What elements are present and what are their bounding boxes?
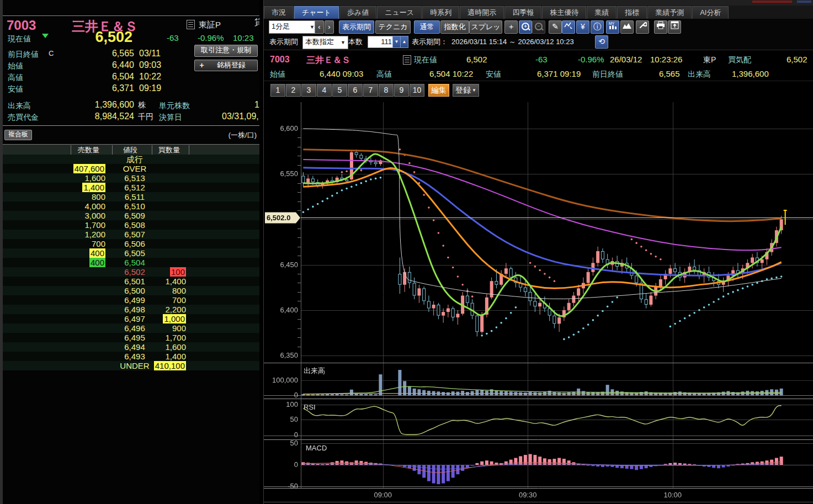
tab-9[interactable]: 指標 xyxy=(617,6,647,19)
tab-10[interactable]: 業績予測 xyxy=(647,6,692,19)
price-level[interactable]: 6,500 xyxy=(115,286,155,295)
chart-preset-button-2[interactable]: 2 xyxy=(286,84,301,97)
orderbook-row[interactable]: 6,4931,400 xyxy=(3,352,259,361)
orderbook-row[interactable]: 4,0006,510 xyxy=(3,201,259,211)
yen-icon[interactable]: ¥ xyxy=(576,20,589,34)
spread-button[interactable]: スプレッド xyxy=(469,20,502,34)
price-level[interactable]: 6,499 xyxy=(115,295,155,305)
orderbook-row[interactable]: 1,7006,508 xyxy=(3,220,259,230)
price-level[interactable]: 6,509 xyxy=(115,211,155,220)
price-level[interactable]: 6,511 xyxy=(115,192,155,201)
orderbook-row[interactable]: 3,0006,509 xyxy=(3,211,259,220)
price-level[interactable]: 6,497 xyxy=(115,314,155,323)
price-level[interactable]: 6,507 xyxy=(115,230,155,239)
pencil-icon[interactable]: ✎ xyxy=(549,20,562,34)
zoom-in-icon[interactable]: ＋ xyxy=(519,20,532,34)
price-level[interactable]: 6,502 xyxy=(115,267,155,277)
orderbook-row[interactable]: 6,496900 xyxy=(3,323,259,333)
edit-presets-button[interactable]: 編集 xyxy=(428,84,449,97)
orderbook-row[interactable]: 1,4006,512 xyxy=(3,183,259,192)
display-period-button[interactable]: 表示期間 xyxy=(339,20,374,34)
price-level[interactable]: 6,508 xyxy=(115,220,155,230)
reset-period-icon[interactable]: ⟲ xyxy=(595,35,608,49)
price-level[interactable]: 6,513 xyxy=(115,173,155,183)
price-level[interactable]: UNDER xyxy=(115,361,155,370)
export-window-icon[interactable] xyxy=(668,20,681,34)
price-level[interactable]: 6,506 xyxy=(115,239,155,248)
buy-quantity[interactable]: 1,600 xyxy=(165,342,186,352)
price-level[interactable]: 6,504 xyxy=(115,258,155,267)
buy-quantity[interactable]: 2,200 xyxy=(165,305,186,314)
timeframe-select[interactable]: 1分足▼ xyxy=(269,20,317,34)
sell-quantity[interactable]: 1,200 xyxy=(84,230,105,239)
orderbook-row[interactable]: 7006,506 xyxy=(3,239,259,248)
orderbook-row[interactable]: 成行 xyxy=(3,155,259,164)
zoom-out-icon[interactable]: − xyxy=(532,20,545,34)
orderbook-row[interactable]: 6,499700 xyxy=(3,295,259,305)
prev-button[interactable]: ‹ xyxy=(315,20,324,34)
orderbook-row[interactable]: 8006,511 xyxy=(3,192,259,201)
chart-preset-button-9[interactable]: 9 xyxy=(394,84,409,97)
orderbook-row[interactable]: 6,4971,000 xyxy=(3,314,259,323)
orderbook-row[interactable]: 6,4982,200 xyxy=(3,305,259,314)
price-level[interactable]: 6,493 xyxy=(115,352,155,361)
orderbook-row[interactable]: UNDER410,100 xyxy=(3,361,259,370)
orderbook-row[interactable]: 6,4941,600 xyxy=(3,342,259,352)
tab-6[interactable]: 四季報 xyxy=(504,6,541,19)
quote-list-icon[interactable] xyxy=(403,55,411,65)
buy-quantity[interactable]: 700 xyxy=(172,295,186,305)
tab-8[interactable]: 業績 xyxy=(587,6,617,19)
price-level[interactable]: 6,501 xyxy=(115,277,155,286)
price-level[interactable]: 6,494 xyxy=(115,342,155,352)
count-decrement-button[interactable]: ▼ xyxy=(392,36,401,48)
technical-button[interactable]: テクニカル xyxy=(375,20,411,34)
orderbook-row[interactable]: 6,502100 xyxy=(3,267,259,277)
sell-quantity[interactable]: 407,600 xyxy=(73,164,105,173)
price-level[interactable]: 6,505 xyxy=(115,248,155,258)
buy-quantity[interactable]: 1,000 xyxy=(163,314,186,323)
price-chart-canvas[interactable] xyxy=(264,99,813,504)
price-level[interactable]: 6,512 xyxy=(115,183,155,192)
trade-caution-button[interactable]: 取引注意・規制 xyxy=(194,45,258,57)
buy-quantity[interactable]: 1,400 xyxy=(165,277,186,286)
crosshair-icon[interactable]: ＋ xyxy=(504,20,518,34)
register-preset-button[interactable]: 登録▼ xyxy=(453,84,479,97)
sell-quantity[interactable]: 3,000 xyxy=(84,211,105,220)
chart-preset-button-4[interactable]: 4 xyxy=(317,84,332,97)
price-level[interactable]: OVER xyxy=(115,164,155,173)
tab-3[interactable]: ニュース xyxy=(377,6,422,19)
orderbook-row[interactable]: 407,600OVER xyxy=(3,164,259,173)
price-level[interactable]: 6,510 xyxy=(115,201,155,211)
orderbook-row[interactable]: 4006,505 xyxy=(3,248,259,258)
sell-quantity[interactable]: 700 xyxy=(92,239,105,248)
chart-preset-button-10[interactable]: 10 xyxy=(410,84,424,97)
sell-quantity[interactable]: 400 xyxy=(89,258,105,267)
buy-quantity[interactable]: 800 xyxy=(172,286,186,295)
tab-11[interactable]: AI分析 xyxy=(692,6,729,19)
indexed-button[interactable]: 指数化 xyxy=(440,20,469,34)
orderbook-row[interactable]: 6,5011,400 xyxy=(3,277,259,286)
chart-preset-button-8[interactable]: 8 xyxy=(379,84,394,97)
board-list-icon[interactable] xyxy=(187,20,195,30)
sell-quantity[interactable]: 1,700 xyxy=(84,220,105,230)
chart-preset-button-6[interactable]: 6 xyxy=(348,84,363,97)
zigzag-cursor-icon[interactable] xyxy=(562,20,575,34)
chart-preset-button-1[interactable]: 1 xyxy=(270,84,285,97)
sell-quantity[interactable]: 1,600 xyxy=(84,173,105,183)
wrench-icon[interactable] xyxy=(636,20,649,34)
buy-quantity[interactable]: 100 xyxy=(170,267,186,277)
info-icon[interactable]: ⓘ xyxy=(591,20,604,34)
tab-1[interactable]: チャート xyxy=(294,6,339,19)
sell-quantity[interactable]: 1,400 xyxy=(82,183,105,192)
normal-button[interactable]: 通常 xyxy=(414,20,440,34)
buy-quantity[interactable]: 1,700 xyxy=(165,333,186,342)
buy-quantity[interactable]: 900 xyxy=(172,323,186,333)
tab-7[interactable]: 株主優待 xyxy=(542,6,586,19)
next-button[interactable]: › xyxy=(325,20,334,34)
buy-quantity[interactable]: 1,400 xyxy=(165,352,186,361)
sell-quantity[interactable]: 4,000 xyxy=(84,201,105,211)
composite-board-button[interactable]: 複合板 xyxy=(4,130,32,140)
orderbook-row[interactable]: 1,6006,513 xyxy=(3,173,259,183)
price-level[interactable]: 6,496 xyxy=(115,323,155,333)
register-symbol-button[interactable]: ＋ 銘柄登録 xyxy=(194,60,258,71)
